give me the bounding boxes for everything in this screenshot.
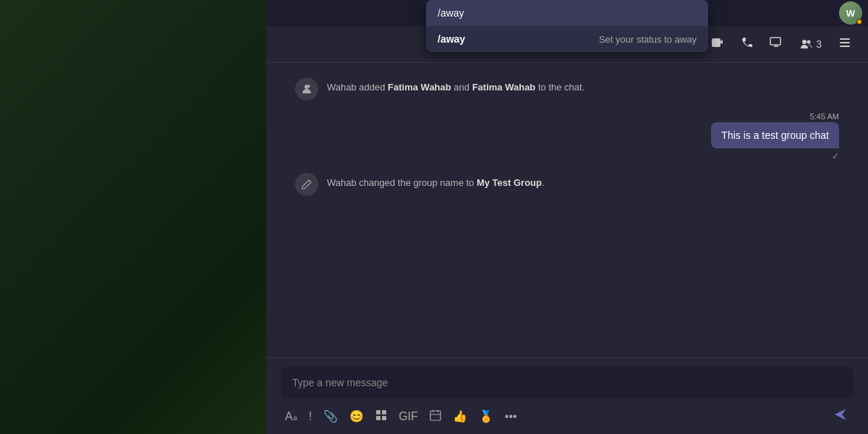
svg-rect-12	[840, 42, 850, 43]
message-meta-1: ✓	[832, 151, 839, 161]
system-edit-icon	[295, 173, 318, 196]
emoji-tool-button[interactable]: 😊	[345, 407, 368, 427]
participants-button[interactable]: 3	[794, 35, 827, 54]
schedule-tool-button[interactable]	[425, 407, 446, 427]
praise-tool-button[interactable]: 🏅	[475, 407, 498, 427]
like-tool-button[interactable]: 👍	[448, 407, 472, 427]
svg-rect-11	[840, 38, 850, 40]
system-text-added: Wahab added Fatima Wahab and Fatima Waha…	[327, 77, 584, 93]
gif-tool-button[interactable]: GIF	[394, 407, 422, 427]
message-input-placeholder: Type a new message	[292, 377, 388, 388]
system-message-added: Wahab added Fatima Wahab and Fatima Waha…	[295, 77, 839, 101]
command-search-bar: /away	[426, 0, 708, 26]
svg-rect-17	[376, 410, 380, 414]
send-button[interactable]	[827, 404, 854, 428]
message-bubble-1: This is a test group chat	[711, 122, 839, 148]
more-options-button[interactable]	[833, 33, 856, 56]
input-toolbar: Aₐ ! 📎 😊 GIF	[281, 404, 854, 428]
svg-rect-13	[840, 46, 850, 47]
svg-point-10	[807, 41, 811, 44]
command-input-text: /away	[438, 7, 697, 19]
attach-tool-button[interactable]: 📎	[319, 407, 342, 427]
svg-point-14	[305, 85, 309, 89]
screen-share-button[interactable]	[764, 32, 788, 56]
svg-rect-18	[382, 410, 386, 414]
chat-input-area: Type a new message Aₐ ! 📎 😊	[266, 357, 868, 434]
check-icon: ✓	[832, 151, 839, 161]
command-dropdown: /away /away Set your status to away	[426, 0, 708, 52]
chat-messages: Wahab added Fatima Wahab and Fatima Waha…	[266, 63, 868, 357]
svg-point-9	[802, 40, 807, 44]
video-call-button[interactable]	[705, 32, 729, 56]
svg-rect-20	[382, 416, 386, 420]
user-avatar-button[interactable]: W	[839, 1, 862, 25]
message-time-1: 5:45 AM	[810, 112, 839, 121]
command-desc-away: Set your status to away	[599, 34, 697, 45]
status-dot	[856, 19, 862, 25]
command-name-away: /away	[438, 33, 465, 45]
sticker-tool-button[interactable]	[371, 407, 391, 427]
system-text-rename: Wahab changed the group name to My Test …	[327, 173, 545, 188]
sent-message-1: 5:45 AM This is a test group chat ✓	[711, 112, 839, 161]
format-tool-button[interactable]: Aₐ	[281, 407, 302, 427]
input-tools: Aₐ ! 📎 😊 GIF	[281, 407, 522, 427]
more-tools-button[interactable]: •••	[501, 407, 522, 427]
chat-header-right: 3	[705, 32, 856, 56]
svg-rect-21	[430, 411, 441, 420]
participants-count: 3	[816, 38, 822, 50]
chat-main: /away /away Set your status to away W	[266, 0, 868, 434]
message-input-box[interactable]: Type a new message	[281, 367, 854, 399]
audio-call-button[interactable]	[735, 33, 758, 56]
system-add-icon	[295, 77, 318, 101]
system-message-rename: Wahab changed the group name to My Test …	[295, 173, 839, 196]
message-text-1: This is a test group chat	[721, 129, 829, 141]
command-item-away[interactable]: /away Set your status to away	[426, 26, 708, 52]
svg-rect-19	[376, 416, 380, 420]
importance-tool-button[interactable]: !	[305, 407, 316, 427]
svg-rect-8	[770, 38, 780, 45]
